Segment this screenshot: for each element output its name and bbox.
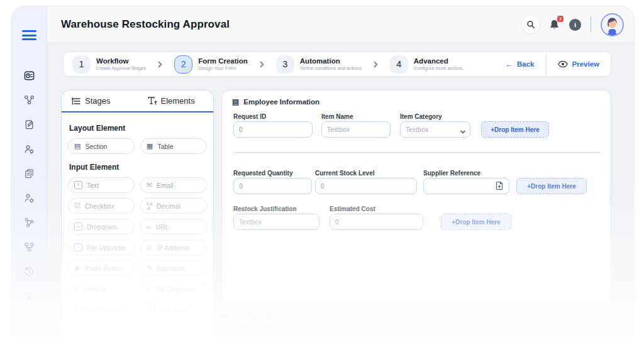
form-canvas: ▤ Employee Information Request ID Item N… [221,90,611,304]
header-divider [591,16,591,33]
step-advanced[interactable]: 4 Advanced Configure more actions. [390,55,464,74]
element-pill-checkbox-list[interactable]: ≡Checkbox List [68,302,135,317]
pill-label: Email [157,182,173,189]
step-label: Automation [300,57,362,65]
element-pill-ip-address[interactable]: ◎IP Address [140,239,207,255]
item-category-select[interactable] [400,121,470,138]
element-pill-number[interactable]: #Number [68,281,135,297]
step-form-creation[interactable]: 2 Form Creation Design Your Form [174,55,248,74]
step-subtitle: Configure more actions. [414,65,464,71]
step-subtitle: Create Approval Stages [96,65,146,71]
inactive-fields-label: Inactive Fields [232,312,280,320]
search-icon [526,20,535,29]
estimated-cost-input[interactable] [330,214,423,230]
hamburger-menu-icon[interactable] [22,30,36,43]
dashboard-clock-icon[interactable] [23,69,36,82]
documents-icon[interactable] [23,167,36,180]
stepper-actions: ← Back Preview [494,52,611,76]
supplier-reference-input[interactable] [423,178,509,194]
tab-elements[interactable]: Elements [138,90,214,111]
notifications-button[interactable]: 7 [549,19,560,30]
element-pill[interactable] [68,322,135,337]
search-button[interactable] [522,16,540,33]
preview-button[interactable]: Preview [547,60,611,68]
field-label: Item Category [400,113,442,120]
tab-label: Elements [161,96,195,106]
element-pill-file-uploader[interactable]: ↑File Uploader [68,239,135,255]
element-pill-ms-dropdown[interactable]: ≡MS Dropdown [140,281,207,297]
step-label: Workflow [96,57,146,65]
sitemap-icon[interactable] [23,314,36,327]
restock-justification-input[interactable] [233,214,319,230]
info-icon[interactable]: i [569,19,581,31]
item-name-input[interactable] [321,121,391,138]
form-section-header[interactable]: ▤ Employee Information [232,97,319,106]
element-pill-section[interactable]: ▤Section [68,138,135,154]
step-subtitle: Define conditions and actions [300,65,362,71]
element-pill-dropdown[interactable]: ∨Dropdown [68,219,135,234]
drop-zone-1[interactable]: +Drop Item Here [481,121,549,138]
preview-label: Preview [572,60,599,68]
requested-quantity-input[interactable] [233,178,312,194]
org-chart-icon[interactable] [23,241,36,253]
history-icon[interactable] [23,265,36,278]
checkbox-icon: ☑ [74,202,80,210]
typography-icon [148,97,157,105]
field-label: Request ID [233,113,266,120]
pill-label: Checkbox [85,202,114,210]
file-upload-icon: ↑ [74,243,82,251]
layout-elements: ▤Section ▦Table [68,138,207,154]
location-pin-icon: ◎ [147,243,153,251]
inactive-fields-section[interactable]: ▦ Inactive Fields [221,312,280,320]
cloud-gear-icon[interactable] [23,290,36,302]
dropdown-icon: ∨ [74,222,82,231]
users-settings-icon[interactable] [23,192,36,204]
chevron-right-icon [157,61,164,68]
drop-zone-3[interactable]: +Drop Item Here [441,214,511,230]
element-pill-checkbox[interactable]: ☑Checkbox [68,198,135,214]
user-gear-icon[interactable] [23,143,36,155]
chevron-right-icon [258,61,265,68]
form-edit-icon[interactable] [23,118,36,131]
pill-label: Checkbox List [82,306,124,314]
back-button[interactable]: ← Back [494,60,546,69]
content-area: 1 Workflow Create Approval Stages 2 Form… [47,43,634,362]
pill-label: File Uploader [87,244,126,251]
element-pill[interactable] [140,322,207,337]
element-pill-decimal[interactable]: 0.0-0Decimal [140,198,207,214]
hierarchy-share-icon[interactable] [23,216,36,229]
step-automation[interactable]: 3 Automation Define conditions and actio… [276,55,362,74]
drop-zone-2[interactable]: +Drop Item Here [516,178,587,194]
checklist-icon: ≡ [74,306,78,314]
pill-label: Dropdown [87,223,117,231]
stepper: 1 Workflow Create Approval Stages 2 Form… [63,52,611,77]
panel-body: Layout Element ▤Section ▦Table Input Ele… [62,112,213,337]
field-label: Supplier Reference [423,170,480,177]
pill-label: Radio Button [85,265,123,272]
step-subtitle: Design Your Form [198,65,248,71]
sidebar-nav [11,69,47,327]
element-pill-signature[interactable]: ✎Signature [140,260,207,276]
avatar[interactable] [601,13,624,36]
eye-icon [558,60,568,68]
pill-label: Table [157,143,173,150]
layout-section-title: Layout Element [69,124,206,133]
element-pill-url[interactable]: ∞URL [140,219,207,234]
tab-stages[interactable]: Stages [62,90,138,111]
field-label: Current Stock Level [315,170,374,177]
section-icon: ▤ [74,142,80,150]
element-icon [74,326,82,334]
current-stock-level-input[interactable] [315,178,417,194]
element-pill-text-area[interactable]: ¶Text Area [140,302,207,317]
workflow-nodes-icon[interactable] [23,94,36,106]
step-number: 2 [174,55,192,74]
element-pill-table[interactable]: ▦Table [140,138,207,154]
element-pill-radio-button[interactable]: ◉Radio Button [68,260,135,276]
request-id-input[interactable] [233,121,313,138]
element-pill-email[interactable]: ✉Email [140,177,207,193]
element-pill-text[interactable]: TText [68,177,135,193]
step-label: Form Creation [198,57,248,65]
app-window: Warehouse Restocking Approval 7 i [11,6,634,362]
step-workflow[interactable]: 1 Workflow Create Approval Stages [72,55,146,74]
step-number: 1 [72,55,91,74]
